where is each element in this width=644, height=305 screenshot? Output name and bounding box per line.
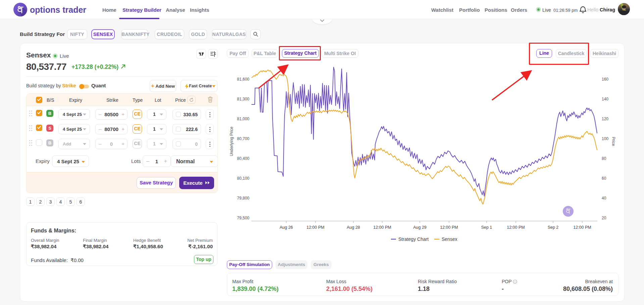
svg-text:160: 160 [602, 77, 608, 82]
svg-text:12:00 PM: 12:00 PM [440, 225, 458, 230]
svg-text:Price: Price [611, 137, 616, 146]
svg-text:80,400: 80,400 [237, 156, 249, 161]
svg-text:80,700: 80,700 [237, 136, 249, 141]
svg-text:12:00 PM: 12:00 PM [306, 225, 325, 230]
svg-text:Sep 1: Sep 1 [481, 225, 492, 230]
svg-text:12:00 PM: 12:00 PM [373, 225, 391, 230]
svg-text:100: 100 [602, 136, 608, 141]
svg-text:12:00 PM: 12:00 PM [507, 225, 525, 230]
svg-text:81,300: 81,300 [237, 97, 249, 101]
svg-text:Sep 2: Sep 2 [548, 225, 559, 230]
svg-text:80: 80 [602, 156, 606, 161]
svg-text:79,500: 79,500 [237, 216, 249, 220]
svg-text:140: 140 [602, 97, 608, 101]
svg-text:80,100: 80,100 [237, 176, 249, 181]
svg-text:60: 60 [602, 176, 606, 181]
svg-text:Strategy Chart: Strategy Chart [398, 236, 429, 242]
svg-text:81,600: 81,600 [237, 77, 249, 82]
svg-text:79,800: 79,800 [237, 196, 249, 201]
svg-text:40: 40 [602, 196, 606, 201]
svg-text:12:00 PM: 12:00 PM [573, 225, 591, 230]
svg-text:81,000: 81,000 [237, 117, 249, 121]
svg-text:Aug 28: Aug 28 [347, 225, 360, 230]
svg-text:Sensex: Sensex [442, 236, 457, 242]
svg-text:Aug 26: Aug 26 [280, 225, 293, 230]
svg-text:Aug 29: Aug 29 [413, 225, 427, 230]
svg-text:120: 120 [602, 117, 608, 121]
svg-text:Underlying Price: Underlying Price [229, 127, 234, 156]
svg-text:20: 20 [602, 216, 606, 220]
